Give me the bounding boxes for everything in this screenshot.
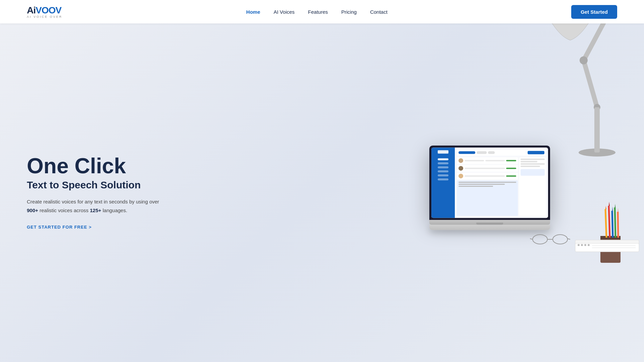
hero-content: One Click Text to Speech Solution Create… xyxy=(0,135,188,250)
sidebar-logo xyxy=(438,150,448,154)
lamp-illustration xyxy=(517,0,644,161)
svg-marker-15 xyxy=(605,206,606,209)
hero-desc-3: languages. xyxy=(101,207,127,213)
nav-links: Home AI Voices Features Pricing Contact xyxy=(246,9,387,15)
hero-image-area xyxy=(225,0,644,362)
laptop-base xyxy=(429,220,550,225)
app-content-area xyxy=(457,157,546,216)
laptop-keyboard xyxy=(429,225,550,230)
avatar-2 xyxy=(459,166,463,171)
laptop-screen xyxy=(429,145,550,220)
logo-voov: VOOV xyxy=(36,5,61,15)
svg-point-25 xyxy=(588,244,590,246)
svg-line-31 xyxy=(530,239,533,239)
sidebar-item-5 xyxy=(438,174,448,176)
sidebar-item-1 xyxy=(438,158,448,160)
sidebar-item-6 xyxy=(438,178,448,180)
hero-highlight-1: 900+ xyxy=(27,207,38,213)
hero-highlight-2: 125+ xyxy=(90,207,101,213)
hero-desc-2: realistic voices across xyxy=(38,207,90,213)
app-ui-mockup xyxy=(431,147,548,218)
svg-point-28 xyxy=(533,235,547,244)
hero-title-main: One Click xyxy=(27,155,161,177)
sidebar-item-3 xyxy=(438,166,448,168)
svg-marker-16 xyxy=(609,202,610,206)
avatar-3 xyxy=(459,174,463,178)
content-row-3 xyxy=(457,173,518,179)
app-main-content xyxy=(455,147,548,218)
topbar-title xyxy=(459,151,475,154)
svg-line-1 xyxy=(584,60,597,107)
logo: AiVOOV AI VOICE OVER xyxy=(27,5,62,18)
notebook-illustration xyxy=(574,233,641,253)
svg-line-32 xyxy=(568,239,570,239)
glasses-illustration xyxy=(530,233,570,246)
topbar-cta xyxy=(528,151,544,154)
hero-title-sub: Text to Speech Solution xyxy=(27,179,161,191)
logo-ai: Ai xyxy=(27,5,36,15)
nav-link-home[interactable]: Home xyxy=(246,9,260,15)
sidebar-item-4 xyxy=(438,170,448,172)
hero-section: One Click Text to Speech Solution Create… xyxy=(0,0,644,362)
topbar-item-2 xyxy=(488,151,495,154)
navbar: AiVOOV AI VOICE OVER Home AI Voices Feat… xyxy=(0,0,644,23)
content-row-2 xyxy=(457,165,518,172)
laptop-screen-inner xyxy=(431,147,548,218)
topbar-item-1 xyxy=(477,151,487,154)
svg-point-24 xyxy=(584,244,586,246)
svg-point-3 xyxy=(580,56,588,64)
avatar-1 xyxy=(459,158,463,163)
hero-cta-link[interactable]: GET STARTED FOR FREE > xyxy=(27,225,92,230)
right-panel-visual xyxy=(521,169,545,176)
content-left xyxy=(457,157,518,216)
sidebar-item-2 xyxy=(438,162,448,164)
svg-rect-7 xyxy=(594,107,600,153)
text-input-area xyxy=(457,180,518,216)
get-started-button[interactable]: Get Started xyxy=(571,5,617,19)
hero-description: Create realistic voices for any text in … xyxy=(27,197,161,215)
nav-link-contact[interactable]: Contact xyxy=(370,9,387,15)
logo-sub: AI VOICE OVER xyxy=(27,15,62,18)
hero-desc-1: Create realistic voices for any text in … xyxy=(27,199,159,204)
svg-marker-19 xyxy=(618,208,618,212)
svg-marker-17 xyxy=(612,206,613,211)
svg-marker-18 xyxy=(615,204,615,207)
content-row-1 xyxy=(457,157,518,164)
svg-point-23 xyxy=(581,244,583,246)
nav-link-features[interactable]: Features xyxy=(308,9,328,15)
pencil-cup-illustration xyxy=(594,199,627,266)
nav-link-ai-voices[interactable]: AI Voices xyxy=(274,9,295,15)
laptop-mockup xyxy=(429,145,550,230)
app-sidebar xyxy=(431,147,455,218)
svg-line-11 xyxy=(609,206,610,238)
app-topbar xyxy=(457,149,546,156)
right-panel xyxy=(519,157,546,216)
nav-link-pricing[interactable]: Pricing xyxy=(341,9,357,15)
svg-point-29 xyxy=(553,235,568,244)
svg-point-22 xyxy=(578,244,580,246)
